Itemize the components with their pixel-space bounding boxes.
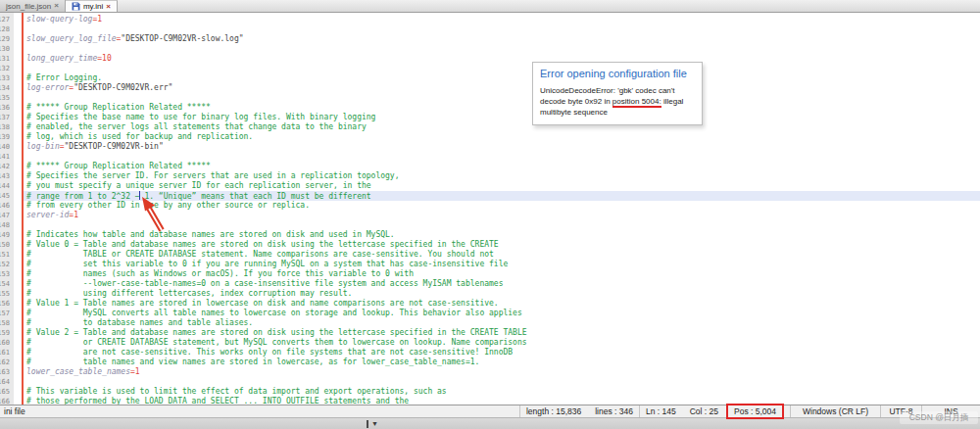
code-text: log-error="DESKTOP-C9M02VR.err": [26, 83, 172, 93]
code-text: # using different lettercases, index cor…: [26, 289, 352, 299]
line-number: 144: [0, 181, 13, 191]
status-length-lines: length : 15,836 lines : 346: [519, 405, 639, 417]
code-text: # Value 1 = Table names are stored in lo…: [26, 299, 499, 309]
code-line[interactable]: 151# TABLE or CREATE DATABASE statement.…: [0, 250, 980, 260]
line-number: 127: [0, 15, 13, 24]
status-ln: Ln : 145: [646, 406, 676, 416]
code-line[interactable]: 129slow_query_log_file="DESKTOP-C9M02VR-…: [0, 34, 980, 44]
code-text: long_query_time=10: [26, 54, 112, 64]
code-line[interactable]: 159# Value 2 = Table and database names …: [0, 328, 980, 338]
line-number: 129: [0, 34, 13, 44]
line-number: 145: [0, 191, 13, 201]
line-number: 163: [0, 367, 13, 377]
code-text: # are not case-sensitive. This works onl…: [26, 348, 513, 358]
line-number: 152: [0, 260, 13, 269]
code-line[interactable]: 160# or CREATE DATABASE statement, but M…: [0, 338, 980, 348]
code-line[interactable]: 142# ***** Group Replication Related ***…: [0, 162, 980, 171]
save-icon: [72, 2, 80, 11]
tooltip-title: Error opening configuration file: [540, 68, 695, 79]
line-number: 146: [0, 201, 13, 211]
code-line[interactable]: 128: [0, 24, 980, 34]
code-line[interactable]: 158# to database names and table aliases…: [0, 318, 980, 328]
code-line[interactable]: 166# those performed by the LOAD DATA an…: [0, 397, 980, 405]
line-number: 143: [0, 171, 13, 181]
tab-json-file[interactable]: json_file.json ×: [0, 0, 66, 12]
line-number: 142: [0, 162, 13, 171]
code-line[interactable]: 162# table names and view names are stor…: [0, 358, 980, 367]
code-text: # Error Logging.: [26, 73, 102, 83]
code-line[interactable]: 135: [0, 93, 980, 103]
status-bar: ini file length : 15,836 lines : 346 Ln …: [0, 405, 980, 417]
close-icon[interactable]: ×: [54, 2, 59, 10]
tooltip-body: UnicodeDecodeError: 'gbk' codec can't de…: [540, 85, 695, 118]
code-line[interactable]: 154# --lower-case-table-names=0 on a cas…: [0, 279, 980, 289]
code-line[interactable]: 141: [0, 152, 980, 162]
code-line[interactable]: 163lower_case_table_names=1: [0, 367, 980, 377]
code-text: log-bin="DESKTOP-C9M02VR-bin": [26, 142, 164, 152]
tab-label: my.ini: [83, 2, 103, 11]
line-number: 147: [0, 211, 13, 220]
code-text: # you must specify a unique server ID fo…: [26, 181, 371, 191]
status-pos: Pos : 5,004: [734, 406, 776, 416]
code-line[interactable]: 150# Value 0 = Table and database names …: [0, 240, 980, 250]
code-line[interactable]: 152# set this variable to 0 if you are r…: [0, 260, 980, 269]
code-text: # TABLE or CREATE DATABASE statement. Na…: [26, 250, 494, 260]
code-line[interactable]: 136# ***** Group Replication Related ***…: [0, 103, 980, 113]
code-text: # names (such as Windows or macOS). If y…: [26, 269, 414, 279]
code-text: # Specifies the base name to use for bin…: [26, 113, 375, 122]
red-arrow-annotation: [119, 193, 173, 236]
line-number: 134: [0, 83, 13, 93]
code-line[interactable]: 139# log, which is used for backup and r…: [0, 132, 980, 142]
tooltip-underlined-annotation: position 5004:: [612, 97, 662, 108]
code-text: # ***** Group Replication Related *****: [26, 162, 211, 171]
code-line[interactable]: 144# you must specify a unique server ID…: [0, 181, 980, 191]
line-number: 161: [0, 348, 13, 358]
code-text: # those performed by the LOAD DATA and S…: [26, 397, 409, 405]
line-number: 139: [0, 132, 13, 142]
status-pos-red-box-annotation: Pos : 5,004: [726, 404, 784, 419]
code-line[interactable]: 143# Specifies the server ID. For server…: [0, 171, 980, 181]
status-cursor-position: Ln : 145 Col : 25 Pos : 5,004: [639, 405, 790, 417]
line-number: 160: [0, 338, 13, 348]
code-text: # log, which is used for backup and repl…: [26, 132, 253, 142]
code-line[interactable]: 138# enabled, the server logs all statem…: [0, 122, 980, 132]
tab-my-ini[interactable]: my.ini ×: [66, 0, 118, 12]
code-line[interactable]: 155# using different lettercases, index …: [0, 289, 980, 299]
code-line[interactable]: 137# Specifies the base name to use for …: [0, 113, 980, 122]
code-text: # MySQL converts all table names to lowe…: [26, 309, 522, 318]
code-line[interactable]: 134log-error="DESKTOP-C9M02VR.err": [0, 83, 980, 93]
code-line[interactable]: 164: [0, 377, 980, 387]
code-line[interactable]: 165# This variable is used to limit the …: [0, 387, 980, 397]
line-number: 154: [0, 279, 13, 289]
code-text: # Specifies the server ID. For servers t…: [26, 171, 400, 181]
status-col: Col : 25: [690, 406, 718, 416]
error-tooltip: Error opening configuration file Unicode…: [532, 62, 703, 125]
code-line[interactable]: 140log-bin="DESKTOP-C9M02VR-bin": [0, 142, 980, 152]
code-line[interactable]: 130: [0, 44, 980, 54]
chevron-down-icon: ▼: [371, 419, 378, 429]
close-icon[interactable]: ×: [106, 3, 111, 11]
taskbar-hidden-icons-chevron[interactable]: ▼: [367, 419, 378, 429]
code-line[interactable]: 132: [0, 64, 980, 73]
code-line[interactable]: 127slow-query-log=1: [0, 15, 980, 24]
code-text: slow_query_log_file="DESKTOP-C9M02VR-slo…: [26, 34, 244, 44]
code-text: lower_case_table_names=1: [26, 367, 140, 377]
code-line[interactable]: 157# MySQL converts all table names to l…: [0, 309, 980, 318]
line-number: 131: [0, 54, 13, 64]
line-number: 137: [0, 113, 13, 122]
code-text: # Value 2 = Table and database names are…: [26, 328, 527, 338]
code-line[interactable]: 161# are not case-sensitive. This works …: [0, 348, 980, 358]
code-text: # or CREATE DATABASE statement, but MySQ…: [26, 338, 527, 348]
line-number: 148: [0, 220, 13, 230]
line-number: 138: [0, 122, 13, 132]
line-number: 141: [0, 152, 13, 162]
code-line[interactable]: 131long_query_time=10: [0, 54, 980, 64]
code-line[interactable]: 156# Value 1 = Table names are stored in…: [0, 299, 980, 309]
code-line[interactable]: 133# Error Logging.: [0, 73, 980, 83]
line-number: 166: [0, 397, 13, 405]
taskbar-icon-bar: [367, 420, 368, 428]
line-number: 157: [0, 309, 13, 318]
line-number: 130: [0, 44, 13, 54]
code-line[interactable]: 153# names (such as Windows or macOS). I…: [0, 269, 980, 279]
line-number: 165: [0, 387, 13, 397]
